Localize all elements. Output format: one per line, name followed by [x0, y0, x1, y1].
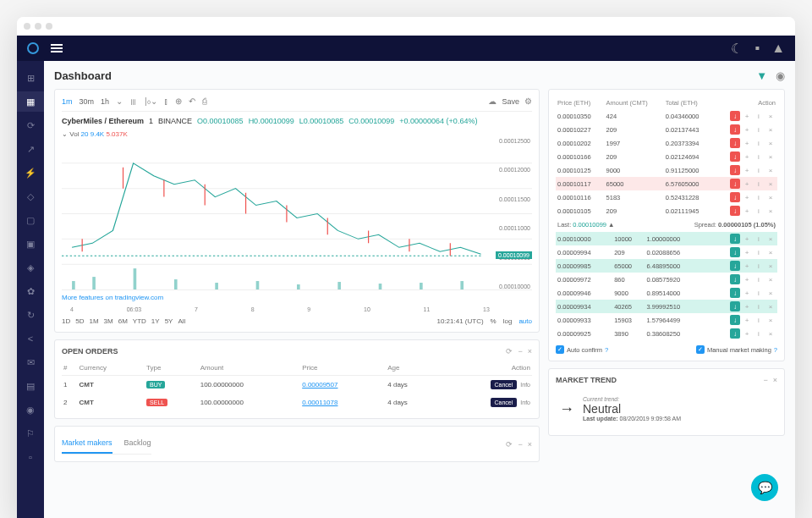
sidebar-dashboard-icon[interactable]: ▦ — [17, 91, 44, 112]
sell-icon[interactable]: ↓ — [730, 124, 740, 135]
help-icon[interactable]: ? — [605, 346, 608, 354]
bars-icon[interactable]: ⫿ — [164, 96, 168, 106]
info-icon[interactable]: i — [754, 315, 764, 325]
sidebar-android-icon[interactable]: ◉ — [17, 400, 44, 420]
log-toggle[interactable]: log — [503, 317, 513, 325]
chart-area[interactable]: 0.00012500 0.00012000 0.00011500 0.00011… — [62, 138, 532, 290]
compare-icon[interactable]: ⊕ — [175, 96, 182, 106]
close-icon[interactable]: × — [765, 179, 776, 189]
bid-row[interactable]: 0.00009933159031.57964499↓+i× — [556, 313, 777, 327]
undo-icon[interactable]: ↶ — [189, 96, 195, 106]
ask-row[interactable]: 0.0001011651830.52431228↓+i× — [556, 190, 777, 204]
buy-icon[interactable]: ↓ — [730, 247, 740, 257]
close-icon[interactable]: × — [765, 165, 776, 175]
info-icon[interactable]: i — [754, 288, 764, 298]
tf-1m[interactable]: 1m — [62, 97, 73, 106]
plus-icon[interactable]: + — [742, 152, 752, 162]
sell-icon[interactable]: ↓ — [730, 192, 740, 202]
order-currency[interactable]: CMT — [77, 376, 145, 394]
ask-row[interactable]: 0.0001012590000.91125000↓+i× — [556, 163, 777, 177]
buy-icon[interactable]: ↓ — [730, 261, 740, 271]
candles-icon[interactable]: ⫼ — [129, 96, 138, 106]
close-icon[interactable]: × — [765, 124, 776, 135]
tf-6m[interactable]: 6M — [118, 317, 128, 325]
close-icon[interactable]: × — [765, 152, 776, 162]
pct-toggle[interactable]: % — [491, 317, 497, 325]
sidebar-activity-icon[interactable]: ⚡ — [17, 163, 44, 183]
sidebar-store-icon[interactable]: ▤ — [17, 376, 44, 396]
bid-row[interactable]: 0.0000994690000.89514000↓+i× — [556, 286, 777, 300]
moon-icon[interactable]: ☾ — [731, 41, 743, 57]
plus-icon[interactable]: + — [742, 165, 752, 175]
info-icon[interactable]: i — [754, 179, 764, 189]
close-icon[interactable]: × — [765, 274, 776, 284]
manual-mm-check[interactable]: ✓Manual market making ? — [696, 345, 777, 354]
ask-row[interactable]: 0.0001020219970.20373394↓+i× — [556, 136, 777, 150]
sidebar-chart-icon[interactable]: ↗ — [17, 139, 44, 159]
sidebar-mail-icon[interactable]: ✉ — [17, 352, 44, 372]
plus-icon[interactable]: + — [742, 247, 752, 257]
tf-5d[interactable]: 5D — [75, 317, 84, 325]
buy-icon[interactable]: ↓ — [730, 288, 740, 298]
info-icon[interactable]: i — [754, 138, 764, 148]
close-icon[interactable]: × — [765, 328, 776, 339]
close-icon[interactable]: × — [528, 347, 532, 355]
plus-icon[interactable]: + — [742, 192, 752, 202]
order-currency[interactable]: CMT — [77, 394, 145, 411]
plus-icon[interactable]: + — [742, 138, 752, 148]
close-icon[interactable]: × — [765, 301, 776, 311]
close-icon[interactable]: × — [765, 192, 776, 202]
close-icon[interactable]: × — [765, 138, 776, 148]
sell-icon[interactable]: ↓ — [730, 165, 740, 175]
sell-icon[interactable]: ↓ — [730, 138, 740, 148]
plus-icon[interactable]: + — [742, 328, 752, 339]
plus-icon[interactable]: + — [742, 206, 752, 216]
sidebar-flag-icon[interactable]: ⚐ — [17, 423, 44, 444]
refresh-icon[interactable]: ⟳ — [506, 440, 513, 449]
plus-icon[interactable]: + — [742, 111, 752, 121]
help-icon[interactable]: ? — [774, 346, 777, 354]
sidebar-history-icon[interactable]: ⟳ — [17, 115, 44, 135]
sidebar-grid-icon[interactable]: ⊞ — [17, 68, 44, 88]
sidebar-refresh-icon[interactable]: ↻ — [17, 305, 44, 325]
bid-row[interactable]: 0.000099728600.08575920↓+i× — [556, 273, 777, 286]
info-icon[interactable]: i — [754, 301, 764, 311]
ask-row[interactable]: 0.000103504240.04346000↓+i× — [556, 109, 777, 123]
chat-button[interactable]: 💬 — [751, 474, 778, 501]
plus-icon[interactable]: + — [742, 301, 752, 311]
sidebar-misc-icon[interactable]: ▫ — [17, 447, 44, 467]
info-link[interactable]: Info — [520, 382, 530, 388]
bid-row[interactable]: 0.00010000100001.00000000↓+i× — [556, 232, 777, 245]
sidebar-save-icon[interactable]: ▣ — [17, 234, 44, 254]
sell-icon[interactable]: ↓ — [730, 206, 740, 216]
info-icon[interactable]: i — [754, 124, 764, 135]
close-icon[interactable]: × — [765, 234, 776, 244]
tf-all[interactable]: All — [178, 317, 185, 325]
plus-icon[interactable]: + — [742, 261, 752, 271]
tf-1d[interactable]: 1D — [62, 317, 70, 325]
settings-icon[interactable]: ⚙ — [524, 96, 532, 106]
plus-icon[interactable]: + — [742, 234, 752, 244]
sell-icon[interactable]: ↓ — [730, 111, 740, 121]
refresh-icon[interactable]: ⟳ — [506, 347, 513, 355]
plus-icon[interactable]: + — [742, 315, 752, 325]
auto-confirm-check[interactable]: ✓Auto confirm ? — [556, 345, 608, 354]
info-icon[interactable]: i — [754, 261, 764, 271]
bid-row[interactable]: 0.0000992538900.38608250↓+i× — [556, 327, 777, 340]
buy-icon[interactable]: ↓ — [730, 315, 740, 325]
minimize-icon[interactable]: − — [518, 440, 522, 449]
camera-icon[interactable]: ⎙ — [202, 96, 207, 106]
info-icon[interactable]: i — [754, 328, 764, 339]
user-icon[interactable]: ▲ — [771, 41, 785, 57]
tf-1mo[interactable]: 1M — [89, 317, 98, 325]
eye-icon[interactable]: ◉ — [776, 69, 785, 82]
tf-ytd[interactable]: YTD — [133, 317, 146, 325]
tf-5y[interactable]: 5Y — [165, 317, 173, 325]
sidebar-diamond-icon[interactable]: ◇ — [17, 186, 44, 207]
buy-icon[interactable]: ↓ — [730, 274, 740, 284]
sidebar-clipboard-icon[interactable]: ▢ — [17, 210, 44, 230]
close-icon[interactable]: × — [765, 111, 776, 121]
info-icon[interactable]: i — [754, 152, 764, 162]
cancel-button[interactable]: Cancel — [491, 398, 518, 407]
close-icon[interactable]: × — [765, 315, 776, 325]
